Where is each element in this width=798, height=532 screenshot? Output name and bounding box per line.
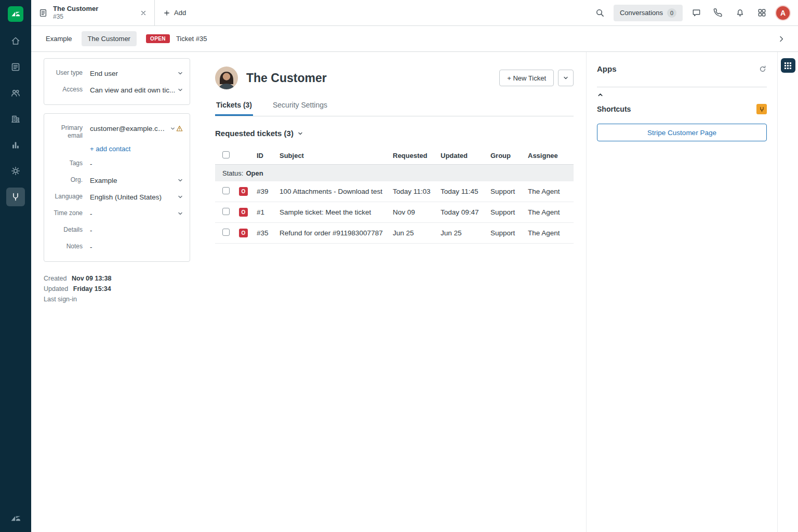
user-type-select[interactable]: End user bbox=[90, 68, 183, 79]
tab-security-settings[interactable]: Security Settings bbox=[272, 101, 328, 116]
sidebar-item-admin[interactable] bbox=[0, 158, 31, 184]
table-row[interactable]: O #35 Refund for order #911983007787 Jun… bbox=[215, 223, 574, 244]
add-contact-link[interactable]: + add contact bbox=[90, 145, 130, 153]
row-checkbox[interactable] bbox=[222, 187, 230, 194]
conversations-button[interactable]: Conversations 0 bbox=[614, 5, 683, 21]
phone-icon bbox=[713, 8, 723, 18]
created-row: Created Nov 09 13:38 bbox=[44, 273, 190, 284]
topbar-actions: Conversations 0 A bbox=[592, 0, 798, 25]
breadcrumb-org-tab[interactable]: Example bbox=[39, 31, 78, 46]
talk-button[interactable] bbox=[710, 5, 726, 21]
ticket-id[interactable]: #39 bbox=[257, 188, 280, 195]
messaging-button[interactable] bbox=[688, 5, 704, 21]
select-all-checkbox[interactable] bbox=[222, 151, 230, 158]
ticket-assignee: The Agent bbox=[528, 208, 574, 216]
ticket-updated: Jun 25 bbox=[441, 229, 490, 237]
tickets-section: Requested tickets (3) ID Subject Request… bbox=[203, 116, 586, 244]
row-checkbox[interactable] bbox=[222, 208, 230, 215]
customer-name: The Customer bbox=[246, 71, 327, 85]
updated-label: Updated bbox=[44, 285, 68, 292]
ticket-id[interactable]: #35 bbox=[257, 229, 280, 237]
ticket-subject[interactable]: 100 Attachments - Download test bbox=[280, 188, 393, 195]
close-icon bbox=[140, 9, 147, 17]
sidebar-item-organizations[interactable] bbox=[0, 106, 31, 132]
user-avatar[interactable]: A bbox=[775, 5, 791, 21]
chevron-down-icon bbox=[563, 75, 569, 81]
sidebar-item-customers[interactable] bbox=[0, 80, 31, 106]
search-button[interactable] bbox=[592, 5, 608, 21]
status-open-badge: O bbox=[239, 229, 248, 237]
chevron-down-icon bbox=[297, 130, 303, 137]
notifications-button[interactable] bbox=[732, 5, 748, 21]
tab-close-button[interactable] bbox=[138, 7, 149, 19]
timezone-label: Time zone bbox=[50, 208, 83, 217]
sidebar-item-shortcuts-app[interactable] bbox=[0, 184, 31, 210]
tags-field[interactable]: - bbox=[90, 158, 183, 169]
sidebar-item-home[interactable] bbox=[0, 28, 31, 54]
open-ticket-tab[interactable]: The Customer #35 bbox=[31, 0, 155, 25]
user-type-label: User type bbox=[50, 68, 83, 77]
status-group-row: Status: Open bbox=[215, 165, 574, 181]
stripe-customer-page-button[interactable]: Stripe Customer Page bbox=[597, 124, 767, 141]
add-tab-button[interactable]: Add bbox=[155, 0, 194, 25]
chevron-down-icon bbox=[177, 210, 183, 217]
id-column-header: ID bbox=[257, 152, 280, 159]
ticket-subject[interactable]: Sample ticket: Meet the ticket bbox=[280, 208, 393, 216]
customer-avatar-image bbox=[215, 66, 238, 89]
chevron-down-icon[interactable] bbox=[170, 126, 176, 131]
collapse-app-button[interactable] bbox=[597, 91, 604, 98]
ticket-subject[interactable]: Refund for order #911983007787 bbox=[280, 229, 393, 237]
search-icon bbox=[595, 8, 605, 18]
primary-email-label: Primary email bbox=[50, 123, 83, 140]
chevron-down-icon bbox=[177, 177, 183, 183]
apps-refresh-button[interactable] bbox=[759, 65, 767, 73]
content-area: User type End user Access Can view and e… bbox=[31, 52, 798, 532]
ticket-assignee: The Agent bbox=[528, 188, 574, 195]
apps-tray-toggle-button[interactable] bbox=[781, 58, 795, 73]
timezone-select[interactable]: - bbox=[90, 208, 183, 219]
table-row[interactable]: O #39 100 Attachments - Download test To… bbox=[215, 181, 574, 202]
org-label: Org. bbox=[50, 175, 83, 184]
updated-value: Friday 15:34 bbox=[73, 285, 111, 292]
shortcuts-app-icon bbox=[10, 192, 21, 202]
status-open-badge: O bbox=[239, 208, 248, 217]
customer-header: The Customer + New Ticket bbox=[203, 52, 586, 89]
tab-tickets[interactable]: Tickets (3) bbox=[215, 101, 253, 116]
language-select[interactable]: English (United States) bbox=[90, 191, 183, 203]
new-ticket-button[interactable]: + New Ticket bbox=[499, 70, 554, 86]
shortcuts-app-section: Shortcuts Stripe Customer Page bbox=[597, 87, 767, 141]
sidebar-item-reporting[interactable] bbox=[0, 132, 31, 158]
access-select[interactable]: Can view and edit own tic... bbox=[90, 84, 183, 96]
primary-email-field[interactable]: customer@example.com bbox=[90, 123, 183, 134]
ticket-requested: Jun 25 bbox=[393, 229, 441, 237]
sidebar-item-views[interactable] bbox=[0, 54, 31, 80]
table-header-row: ID Subject Requested Updated Group Assig… bbox=[215, 147, 574, 165]
status-open-badge: O bbox=[239, 187, 248, 196]
org-select[interactable]: Example bbox=[90, 175, 183, 186]
ticket-updated: Today 09:47 bbox=[441, 208, 490, 216]
breadcrumb-user-tab[interactable]: The Customer bbox=[82, 31, 137, 46]
ticket-id[interactable]: #1 bbox=[257, 208, 280, 216]
new-ticket-dropdown-button[interactable] bbox=[558, 70, 574, 86]
created-label: Created bbox=[44, 275, 66, 282]
ticket-requested: Nov 09 bbox=[393, 208, 441, 216]
chevron-up-icon bbox=[597, 91, 604, 98]
user-details-panel: User type End user Access Can view and e… bbox=[31, 52, 203, 532]
row-checkbox[interactable] bbox=[222, 229, 230, 236]
organizations-icon bbox=[10, 114, 21, 124]
details-field[interactable]: - bbox=[90, 224, 183, 236]
group-column-header: Group bbox=[490, 152, 528, 159]
views-icon bbox=[10, 62, 21, 72]
language-label: Language bbox=[50, 191, 83, 201]
ticket-group: Support bbox=[490, 188, 528, 195]
shortcuts-header-row: Shortcuts bbox=[597, 104, 767, 114]
product-switcher-button[interactable] bbox=[753, 5, 770, 21]
assignee-column-header: Assignee bbox=[528, 152, 574, 159]
zendesk-logo-icon bbox=[10, 513, 21, 526]
conversations-label: Conversations bbox=[620, 9, 663, 17]
requested-tickets-toggle[interactable]: Requested tickets (3) bbox=[215, 129, 574, 138]
notes-field[interactable]: - bbox=[90, 241, 183, 252]
collapse-panel-button[interactable] bbox=[773, 31, 790, 47]
table-row[interactable]: O #1 Sample ticket: Meet the ticket Nov … bbox=[215, 202, 574, 223]
refresh-icon bbox=[759, 65, 767, 73]
